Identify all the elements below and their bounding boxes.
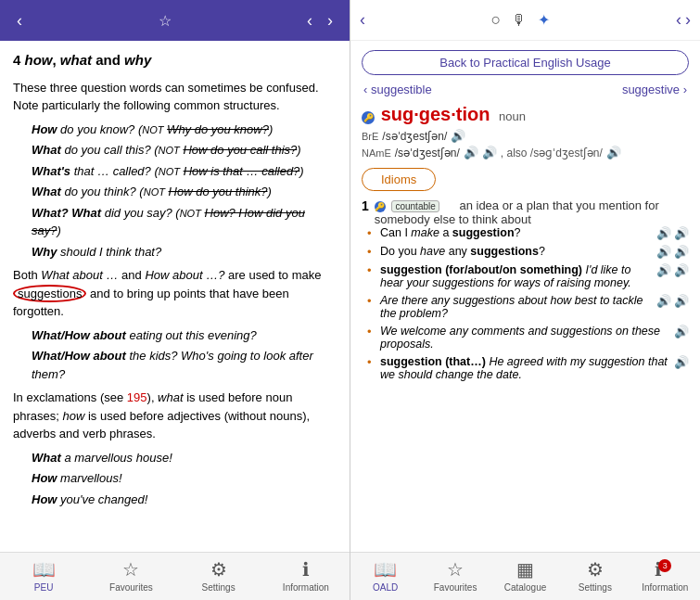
catalogue-icon: ▦ xyxy=(516,558,534,581)
oald-icon: 📖 xyxy=(374,558,397,581)
right-header: ‹ ○ 🎙 ✦ ‹ › xyxy=(350,0,700,41)
right-information-icon: ℹ3 xyxy=(655,558,675,581)
information-icon: ℹ xyxy=(302,558,310,581)
info-badge: 3 xyxy=(658,559,671,572)
example-list: Can I make a suggestion? 🔊 🔊 Do you have… xyxy=(367,226,689,381)
word-title: sug·ges·tion xyxy=(381,104,490,124)
left-prev-button[interactable]: ‹ xyxy=(301,7,318,34)
settings-icon: ⚙ xyxy=(210,558,227,581)
left-bottom-bar: 📖 PEU ☆ Favourites ⚙ Settings ℹ Informat… xyxy=(0,552,350,600)
ex-speaker-3b[interactable]: 🔊 xyxy=(674,263,689,277)
speaker-name-1[interactable]: 🔊 xyxy=(464,146,478,160)
right-content: Back to Practical English Usage ‹ sugges… xyxy=(350,41,700,552)
article-examples: How do you know? (NOT Why do you know?) … xyxy=(13,121,337,262)
left-panel: ‹ ☆ ‹ › 4 how, what and why These three … xyxy=(0,0,350,600)
definition-section: 1 🔑 countable an idea or a plan that you… xyxy=(362,198,689,381)
speaker-pair-6: 🔊 xyxy=(674,355,689,369)
tab-left-settings[interactable]: ⚙ Settings xyxy=(191,558,247,598)
speaker-pair-2: 🔊 🔊 xyxy=(656,245,689,259)
bookmark-icon[interactable]: ☆ xyxy=(159,12,172,30)
tab-right-favourites[interactable]: ☆ Favourites xyxy=(427,558,483,598)
example-item: Can I make a suggestion? 🔊 🔊 xyxy=(367,226,689,240)
next-word-link[interactable]: suggestive › xyxy=(622,83,687,96)
left-next-button[interactable]: › xyxy=(322,7,338,34)
right-settings-icon: ⚙ xyxy=(587,558,604,581)
example-item: Do you have any suggestions? 🔊 🔊 xyxy=(367,245,689,259)
left-content: 4 how, what and why These three question… xyxy=(0,41,350,552)
back-to-peu-button[interactable]: Back to Practical English Usage xyxy=(362,50,689,75)
example-item: We welcome any comments and suggestions … xyxy=(367,325,689,351)
right-favourites-icon: ☆ xyxy=(447,558,464,581)
ex-speaker-1a[interactable]: 🔊 xyxy=(656,226,671,240)
article-intro: These three question words can sometimes… xyxy=(13,79,337,115)
microphone-icon[interactable]: 🎙 xyxy=(512,12,527,29)
tab-oald[interactable]: 📖 OALD xyxy=(358,558,414,598)
word-pos: noun xyxy=(499,109,526,123)
right-center-icons: ○ 🎙 ✦ xyxy=(491,10,551,30)
tab-left-information[interactable]: ℹ Information xyxy=(278,558,334,598)
def-key-icon: 🔑 xyxy=(375,201,386,212)
ex-speaker-2b[interactable]: 🔊 xyxy=(674,245,689,259)
article-title: 4 how, what and why xyxy=(13,50,337,71)
speaker-pair-1: 🔊 🔊 xyxy=(656,226,689,240)
tab-catalogue[interactable]: ▦ Catalogue xyxy=(497,558,553,598)
prev-word-link[interactable]: ‹ suggestible xyxy=(363,83,432,96)
right-next-button[interactable]: › xyxy=(685,10,691,30)
right-back-button[interactable]: ‹ xyxy=(360,10,365,30)
left-center-icons: ☆ xyxy=(159,12,172,30)
ex-speaker-5a[interactable]: 🔊 xyxy=(674,325,689,338)
left-back-button[interactable]: ‹ xyxy=(11,7,28,34)
example-item: suggestion (that…) He agreed with my sug… xyxy=(367,355,689,381)
tab-left-favourites[interactable]: ☆ Favourites xyxy=(103,558,159,598)
speaker-pair-3: 🔊 🔊 xyxy=(656,263,689,277)
speaker-pair-4: 🔊 🔊 xyxy=(656,294,689,308)
article-examples3: What a marvellous house! How marvellous!… xyxy=(13,449,337,509)
speaker-name-2[interactable]: 🔊 xyxy=(482,146,497,160)
article-para2: Both What about … and How about …? are u… xyxy=(13,266,337,321)
ex-speaker-1b[interactable]: 🔊 xyxy=(674,226,689,240)
tab-right-settings[interactable]: ⚙ Settings xyxy=(567,558,623,598)
star-icon[interactable]: ✦ xyxy=(538,11,550,29)
def-number-1: 1 xyxy=(362,198,369,213)
example-item: suggestion (for/about/on something) I'd … xyxy=(367,263,689,289)
pron-bre: BrE /səˈdʒestʃən/ 🔊 xyxy=(362,129,689,143)
right-bottom-bar: 📖 OALD ☆ Favourites ▦ Catalogue ⚙ Settin… xyxy=(350,552,700,600)
ex-speaker-3a[interactable]: 🔊 xyxy=(656,263,671,277)
idioms-button[interactable]: Idioms xyxy=(362,168,436,191)
tab-right-information[interactable]: ℹ3 Information xyxy=(637,558,693,598)
article-examples2: What/How about eating out this evening? … xyxy=(13,326,337,384)
left-header: ‹ ☆ ‹ › xyxy=(0,0,350,41)
article-para3: In exclamations (see 195), what is used … xyxy=(13,389,337,443)
speaker-pair-5: 🔊 xyxy=(674,325,689,338)
tab-peu[interactable]: 📖 PEU xyxy=(16,558,71,598)
ex-speaker-2a[interactable]: 🔊 xyxy=(656,245,671,259)
right-panel: ‹ ○ 🎙 ✦ ‹ › Back to Practical English Us… xyxy=(350,0,700,600)
peu-icon: 📖 xyxy=(32,558,56,581)
word-header: 🔑 sug·ges·tion noun xyxy=(362,104,689,125)
ex-speaker-4b[interactable]: 🔊 xyxy=(674,294,689,308)
right-prev-button[interactable]: ‹ xyxy=(676,10,681,30)
pron-name: NAmE /səˈdʒestʃən/ 🔊 🔊 , also /səɡˈdʒest… xyxy=(362,146,689,160)
key-icon: 🔑 xyxy=(362,111,375,124)
speaker-bre-1[interactable]: 🔊 xyxy=(451,129,465,143)
example-item: Are there any suggestions about how best… xyxy=(367,294,689,320)
circle-icon[interactable]: ○ xyxy=(491,10,502,30)
ex-speaker-4a[interactable]: 🔊 xyxy=(656,294,671,308)
category-badge: countable xyxy=(391,200,439,212)
pagination-row: ‹ suggestible suggestive › xyxy=(362,83,689,96)
ex-speaker-6a[interactable]: 🔊 xyxy=(674,355,689,369)
speaker-name-3[interactable]: 🔊 xyxy=(606,146,621,160)
favourites-icon: ☆ xyxy=(122,558,139,581)
